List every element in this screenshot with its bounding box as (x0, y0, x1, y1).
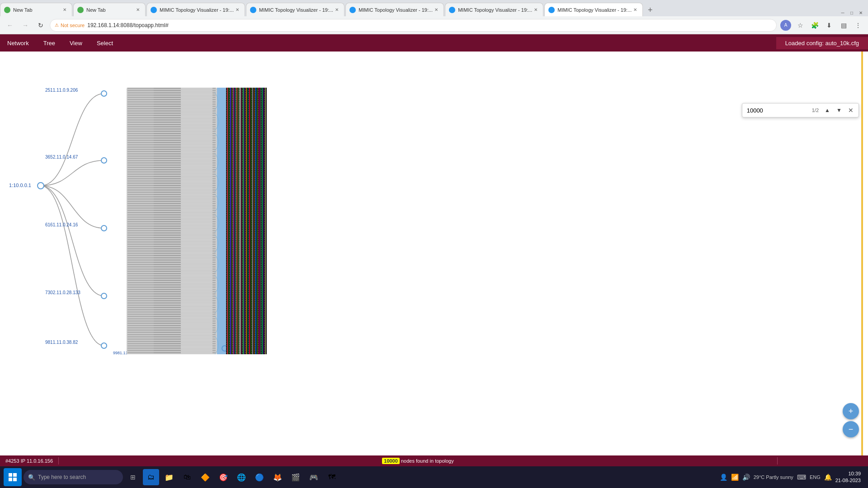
taskbar-app-file-manager[interactable]: 🗂 (143, 469, 159, 485)
svg-point-2 (101, 91, 107, 96)
tab-favicon-5 (349, 7, 356, 13)
task-view-button[interactable]: ⊞ (125, 469, 141, 485)
status-node-count-highlight: 10000 nodes found in topology (382, 458, 453, 464)
tab-mimic-6[interactable]: MIMIC Topology Visualizer - 19:... ✕ (445, 3, 543, 16)
svg-text:7302.11.0.28.133: 7302.11.0.28.133 (45, 290, 80, 295)
taskbar-app-store[interactable]: 🛍 (179, 469, 195, 485)
taskbar-app-red[interactable]: 🎯 (215, 469, 231, 485)
svg-rect-30 (233, 88, 234, 354)
tab-close-4[interactable]: ✕ (333, 6, 340, 14)
tab-label-1: New Tab (13, 7, 61, 13)
close-button[interactable]: ✕ (857, 9, 864, 16)
tray-person-icon[interactable]: 👤 (720, 474, 727, 481)
profile-icon[interactable]: A (779, 19, 792, 32)
tab-mimic-5[interactable]: MIMIC Topology Visualizer - 19:... ✕ (345, 3, 444, 16)
tab-close-3[interactable]: ✕ (234, 6, 241, 14)
tab-close-7[interactable]: ✕ (632, 6, 639, 14)
svg-point-4 (101, 158, 107, 163)
toolbar-icons: A ☆ 🧩 ⬇ ▤ ⋮ (779, 19, 864, 32)
svg-rect-41 (251, 88, 251, 354)
tray-network-icon[interactable]: 📶 (731, 474, 739, 481)
svg-rect-38 (246, 88, 247, 354)
svg-point-8 (101, 293, 107, 299)
svg-rect-27 (229, 88, 229, 354)
taskbar-app-game[interactable]: 🎮 (306, 469, 322, 485)
minimize-button[interactable]: ─ (839, 9, 846, 16)
tab-close-5[interactable]: ✕ (433, 6, 440, 14)
zoom-out-button[interactable]: − (843, 421, 859, 437)
tab-favicon-4 (250, 7, 256, 13)
tab-mimic-4[interactable]: MIMIC Topology Visualizer - 19:... ✕ (246, 3, 344, 16)
svg-rect-33 (238, 88, 239, 354)
tray-notify-icon[interactable]: 🔔 (824, 474, 832, 481)
svg-point-0 (38, 183, 44, 189)
extension-icon[interactable]: 🧩 (808, 19, 821, 32)
svg-rect-31 (235, 88, 236, 354)
svg-rect-43 (254, 88, 255, 354)
tray-input-icon[interactable]: ⌨ (797, 474, 806, 481)
taskbar-app-browser[interactable]: 🌐 (233, 469, 250, 485)
sidebar-toggle-icon[interactable]: ▤ (837, 19, 850, 32)
svg-rect-23 (127, 88, 216, 354)
settings-icon[interactable]: ⋮ (852, 19, 864, 32)
svg-rect-40 (249, 88, 250, 354)
tab-favicon-3 (151, 7, 157, 13)
find-close-button[interactable]: ✕ (846, 105, 856, 115)
menu-network[interactable]: Network (0, 34, 36, 52)
svg-text:3652.11.0.14.67: 3652.11.0.14.67 (45, 155, 78, 160)
menu-tree[interactable]: Tree (36, 34, 62, 52)
tab-new-tab-1[interactable]: New Tab ✕ (0, 3, 72, 16)
find-prev-button[interactable]: ▲ (822, 105, 832, 115)
main-content: 1/2 ▲ ▼ ✕ 1:10.0.0.1 2511.11.0.9.206 (0, 52, 868, 455)
tab-close-6[interactable]: ✕ (532, 6, 539, 14)
address-field[interactable]: ⚠ Not secure 192.168.1.14:8088/topoapp.h… (50, 19, 777, 32)
search-icon: 🔍 (28, 474, 35, 481)
dense-node-area (127, 88, 267, 354)
reload-button[interactable]: ↻ (34, 19, 47, 32)
tab-label-5: MIMIC Topology Visualizer - 19:... (359, 7, 433, 13)
download-icon[interactable]: ⬇ (823, 19, 835, 32)
tray-temp: 29°C Partly sunny (754, 474, 793, 480)
tab-new-tab-2[interactable]: New Tab ✕ (73, 3, 146, 16)
tab-label-6: MIMIC Topology Visualizer - 19:... (458, 7, 532, 13)
bookmark-icon[interactable]: ☆ (794, 19, 807, 32)
taskbar-app-folder[interactable]: 📁 (161, 469, 177, 485)
svg-rect-28 (230, 88, 231, 354)
svg-rect-67 (13, 478, 17, 481)
zoom-in-button[interactable]: + (843, 403, 859, 419)
find-bar: 1/2 ▲ ▼ ✕ (742, 103, 859, 117)
status-divider-2 (777, 457, 778, 465)
svg-rect-42 (252, 88, 253, 354)
taskbar-app-firefox[interactable]: 🦊 (269, 469, 286, 485)
back-button[interactable]: ← (4, 19, 16, 32)
taskbar-app-media[interactable]: 🎬 (288, 469, 304, 485)
tab-favicon-6 (449, 7, 455, 13)
maximize-button[interactable]: □ (848, 9, 855, 16)
status-node-info: #4253 IP 11.0.16.156 (0, 458, 58, 464)
find-next-button[interactable]: ▼ (834, 105, 844, 115)
svg-rect-39 (248, 88, 248, 354)
lock-label: Not secure (61, 23, 85, 28)
address-text: 192.168.1.14:8088/topoapp.html# (87, 22, 168, 28)
menu-view[interactable]: View (62, 34, 90, 52)
menu-select[interactable]: Select (90, 34, 120, 52)
start-button[interactable] (4, 468, 22, 486)
tab-close-1[interactable]: ✕ (61, 6, 68, 14)
tab-close-2[interactable]: ✕ (134, 6, 142, 14)
taskbar-app-chrome[interactable]: 🔵 (251, 469, 268, 485)
svg-rect-50 (265, 88, 266, 354)
tab-mimic-7[interactable]: MIMIC Topology Visualizer - 19:... ✕ (544, 3, 643, 16)
svg-rect-44 (255, 88, 256, 354)
forward-button[interactable]: → (19, 19, 32, 32)
tab-mimic-3[interactable]: MIMIC Topology Visualizer - 19:... ✕ (146, 3, 245, 16)
tab-label-7: MIMIC Topology Visualizer - 19:... (557, 7, 632, 13)
taskbar-app-orange[interactable]: 🔶 (197, 469, 213, 485)
taskbar-app-map[interactable]: 🗺 (324, 469, 340, 485)
status-bar: #4253 IP 11.0.16.156 10000 nodes found i… (0, 455, 868, 466)
browser-window: New Tab ✕ New Tab ✕ MIMIC Topology Visua… (0, 0, 868, 488)
tray-volume-icon[interactable]: 🔊 (742, 474, 750, 481)
svg-rect-34 (240, 88, 241, 354)
find-input[interactable] (745, 106, 808, 115)
new-tab-button[interactable]: + (644, 4, 656, 16)
taskbar-search[interactable]: 🔍 Type here to search (24, 470, 123, 484)
